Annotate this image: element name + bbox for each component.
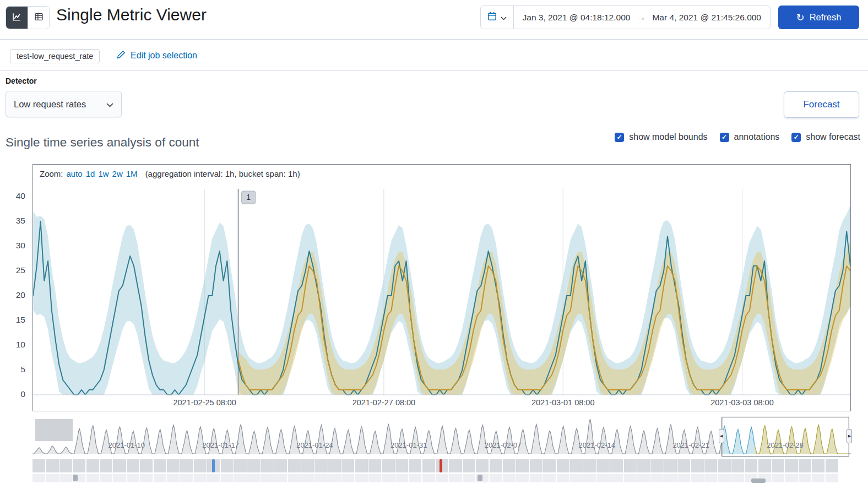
swimlane-cell[interactable] [530, 459, 542, 472]
checkbox-annotations[interactable]: ✓ annotations [720, 132, 780, 142]
swimlane-cell[interactable] [382, 459, 394, 472]
annotations-lane [32, 474, 851, 482]
swimlane-cell[interactable] [100, 459, 112, 472]
context-brush-left-handle[interactable]: ◀ [719, 429, 724, 443]
swimlane-cell[interactable] [154, 459, 166, 472]
zoom-option-auto[interactable]: auto [67, 169, 83, 178]
annotations-lane-cell [32, 474, 45, 482]
zoom-option-1M[interactable]: 1M [126, 169, 138, 178]
end-date[interactable]: Mar 4, 2021 @ 21:45:26.000 [652, 13, 761, 23]
quick-select-button[interactable] [481, 6, 514, 29]
swimlane-cell[interactable] [32, 459, 45, 472]
swimlane-cell[interactable] [650, 459, 663, 472]
swimlane-cell[interactable] [59, 459, 72, 472]
swimlane-cell[interactable] [395, 459, 408, 472]
swimlane-cell[interactable] [355, 459, 368, 472]
checkbox-show-model-bounds[interactable]: ✓ show model bounds [615, 132, 707, 142]
edit-job-selection-link[interactable]: Edit job selection [117, 50, 197, 61]
swimlane-cell[interactable] [664, 459, 677, 472]
main-chart-svg[interactable]: 2021-02-25 08:002021-02-27 08:002021-03-… [33, 183, 850, 411]
forecast-button[interactable]: Forecast [784, 91, 859, 118]
swimlane-cell[interactable] [597, 459, 610, 472]
swimlane-cell[interactable] [624, 459, 637, 472]
swimlane-cell[interactable] [812, 459, 824, 472]
swimlane-cell[interactable] [516, 459, 529, 472]
annotations-lane-cell [718, 474, 730, 482]
table-view-button[interactable] [28, 7, 49, 29]
annotations-lane-cell [167, 474, 180, 482]
swimlane-cell[interactable] [301, 459, 314, 472]
swimlane-cell[interactable] [180, 459, 193, 472]
swimlane-cell[interactable] [570, 459, 583, 472]
swimlane-cell[interactable] [86, 459, 99, 472]
swimlane-cell[interactable] [463, 459, 475, 472]
annotation-lane-marker[interactable] [751, 478, 766, 483]
swimlane-cell[interactable] [113, 459, 126, 472]
annotations-lane-cell [557, 474, 569, 482]
swimlane-cell[interactable] [449, 459, 462, 472]
swimlane-cell[interactable] [772, 459, 784, 472]
anomaly-marker-low[interactable] [212, 459, 215, 472]
anomaly-marker-critical[interactable] [440, 459, 442, 472]
annotation-lane-marker[interactable] [73, 475, 78, 481]
main-chart[interactable]: Zoom: auto 1d 1w 2w 1M (aggregation inte… [32, 164, 851, 411]
swimlane-cell[interactable] [46, 459, 58, 472]
swimlane-cell[interactable] [583, 459, 596, 472]
zoom-option-1w[interactable]: 1w [98, 169, 109, 178]
swimlane-cell[interactable] [127, 459, 139, 472]
swimlane-cell[interactable] [557, 459, 569, 472]
swimlane-cell[interactable] [221, 459, 234, 472]
swimlane-cell[interactable] [234, 459, 247, 472]
swimlane-cell[interactable] [409, 459, 421, 472]
chart-view-button[interactable] [6, 7, 28, 29]
swimlane-cell[interactable] [610, 459, 623, 472]
start-date[interactable]: Jan 3, 2021 @ 04:18:12.000 [523, 13, 631, 23]
swimlane-cell[interactable] [799, 459, 811, 472]
refresh-button[interactable]: ↻ Refresh [778, 6, 859, 29]
zoom-option-2w[interactable]: 2w [112, 169, 123, 178]
swimlane-cell[interactable] [691, 459, 704, 472]
swimlane-cell[interactable] [274, 459, 287, 472]
swimlane-cell[interactable] [247, 459, 260, 472]
swimlane-cell[interactable] [503, 459, 516, 472]
swimlane-cell[interactable] [758, 459, 771, 472]
swimlane-cell[interactable] [314, 459, 327, 472]
swimlane-cell[interactable] [490, 459, 502, 472]
swimlane-cell[interactable] [368, 459, 381, 472]
annotation-lane-marker[interactable] [478, 475, 482, 481]
annotations-lane-cell [812, 474, 824, 482]
swimlane-cell[interactable] [745, 459, 757, 472]
annotations-lane-cell [422, 474, 435, 482]
annotations-lane-cell [100, 474, 112, 482]
annotations-lane-cell [113, 474, 126, 482]
swimlane-cell[interactable] [341, 459, 354, 472]
zoom-option-1d[interactable]: 1d [86, 169, 95, 178]
swimlane-cell[interactable] [637, 459, 650, 472]
swimlane-cell[interactable] [140, 459, 153, 472]
swimlane-cell[interactable] [704, 459, 717, 472]
context-chart[interactable]: 2021-01-102021-01-172021-01-242021-01-31… [32, 416, 851, 458]
swimlane-cell[interactable] [731, 459, 744, 472]
swimlane-cell[interactable] [826, 459, 838, 472]
swimlane-cell[interactable] [73, 459, 85, 472]
swimlane-cell[interactable] [718, 459, 730, 472]
y-axis-label: 0 [0, 389, 25, 399]
swimlane-cell[interactable] [785, 459, 798, 472]
swimlane-cell[interactable] [167, 459, 180, 472]
swimlane-cell[interactable] [422, 459, 435, 472]
annotations-lane-cell [86, 474, 99, 482]
context-brush-right-handle[interactable]: ▶ [847, 429, 852, 443]
checkbox-show-forecast[interactable]: ✓ show forecast [791, 132, 860, 142]
detector-select[interactable]: Low request rates [6, 91, 122, 117]
swimlane-cell[interactable] [543, 459, 556, 472]
swimlane-cell[interactable] [194, 459, 207, 472]
swimlane-cell[interactable] [288, 459, 301, 472]
detector-selected-value: Low request rates [14, 99, 86, 110]
swimlane-cell[interactable] [328, 459, 341, 472]
swimlane-cell[interactable] [677, 459, 690, 472]
checkbox-checked-icon: ✓ [791, 133, 801, 142]
swimlane-cell[interactable] [476, 459, 489, 472]
swimlane-cell[interactable] [261, 459, 274, 472]
view-switcher [6, 6, 50, 29]
checkbox-label: annotations [734, 132, 780, 142]
